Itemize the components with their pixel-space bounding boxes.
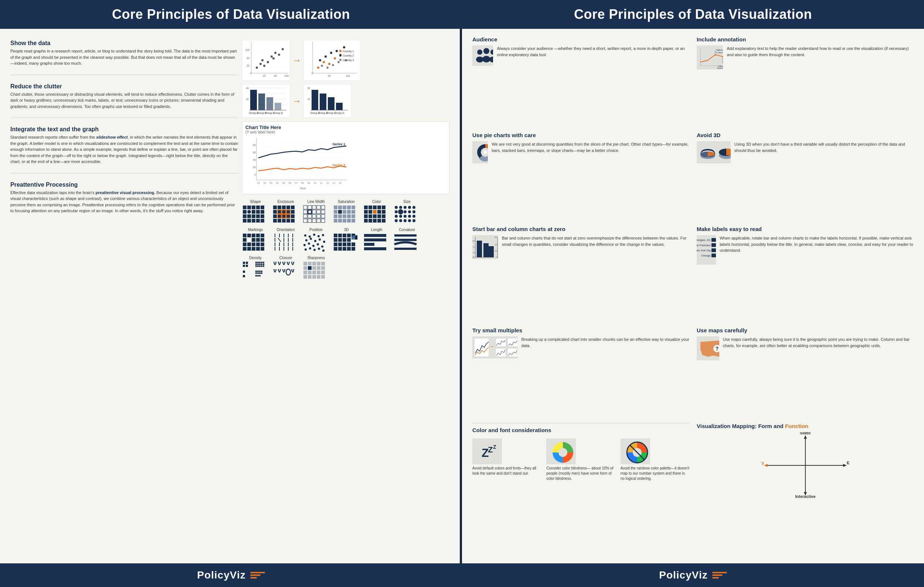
svg-point-288 xyxy=(314,249,316,251)
svg-rect-350 xyxy=(256,275,257,277)
svg-rect-367 xyxy=(317,270,320,274)
svg-rect-156 xyxy=(304,210,307,214)
svg-rect-307 xyxy=(347,242,351,246)
svg-point-273 xyxy=(313,234,315,236)
svg-text:Group D: Group D xyxy=(273,112,283,115)
svg-rect-357 xyxy=(317,262,320,265)
svg-rect-207 xyxy=(368,219,372,223)
svg-rect-333 xyxy=(261,264,262,265)
svg-rect-347 xyxy=(257,272,259,274)
pie-title: Use pie charts with care xyxy=(472,132,689,138)
svg-rect-122 xyxy=(247,214,251,218)
svg-rect-113 xyxy=(252,206,256,209)
labels-section: Make labels easy to read Washington, DC … xyxy=(697,226,914,322)
svg-rect-60 xyxy=(258,94,265,110)
left-panel: Show the data People read graphs in a re… xyxy=(0,29,462,563)
avoid3d-title: Avoid 3D xyxy=(697,132,914,138)
svg-text:?: ? xyxy=(716,346,719,351)
bar-charts-container: Group A Group B Group C Group D 40 20 → xyxy=(242,84,449,117)
svg-text:'05: '05 xyxy=(282,182,285,184)
svg-rect-157 xyxy=(308,210,312,214)
svg-rect-182 xyxy=(338,214,342,218)
svg-rect-430 xyxy=(496,338,506,347)
svg-rect-169 xyxy=(317,219,320,223)
svg-point-286 xyxy=(305,248,307,251)
svg-rect-331 xyxy=(257,264,259,265)
svg-rect-402 xyxy=(477,241,482,257)
svg-text:'14: '14 xyxy=(338,182,342,184)
svg-point-227 xyxy=(399,219,402,222)
svg-rect-336 xyxy=(257,265,259,267)
maps-section: Use maps carefully ? Use maps carefully,… xyxy=(697,327,914,418)
labels-text: When applicable, rotate bar and column c… xyxy=(719,235,914,254)
svg-rect-346 xyxy=(256,272,257,274)
show-data-title: Show the data xyxy=(10,40,238,46)
svg-rect-311 xyxy=(343,247,346,251)
svg-rect-136 xyxy=(273,210,277,214)
svg-point-283 xyxy=(312,245,315,247)
svg-point-226 xyxy=(395,219,398,222)
svg-point-46 xyxy=(339,54,342,56)
svg-rect-125 xyxy=(261,214,264,218)
svg-rect-359 xyxy=(304,266,307,270)
svg-text:80: 80 xyxy=(495,236,497,238)
svg-point-393 xyxy=(483,150,487,154)
svg-rect-328 xyxy=(261,262,262,263)
small-multiples-section: Try small multiples → xyxy=(472,327,689,418)
preattentive-density: Density xyxy=(242,256,269,280)
start-zero-section: Start bar and column charts at zero xyxy=(472,226,689,322)
svg-text:50: 50 xyxy=(328,75,331,77)
svg-text:'06: '06 xyxy=(288,182,291,184)
right-footer-line-3 xyxy=(712,577,719,579)
svg-text:40: 40 xyxy=(495,244,497,246)
svg-rect-124 xyxy=(256,214,260,218)
svg-rect-371 xyxy=(312,275,316,279)
color-font-title: Color and font considerations xyxy=(472,427,689,433)
svg-rect-249 xyxy=(256,247,260,251)
svg-rect-304 xyxy=(334,242,337,246)
svg-point-32 xyxy=(334,57,336,59)
svg-rect-112 xyxy=(247,206,251,209)
avoid3d-text: Using 3D when you don't have a third var… xyxy=(734,141,914,153)
annotation-text: Add explanatory text to help the reader … xyxy=(727,46,914,58)
integrate-text-title: Integrate the text and the graph xyxy=(10,126,238,133)
svg-text:65: 65 xyxy=(472,256,475,258)
start-zero-title: Start bar and column charts at zero xyxy=(472,226,689,232)
svg-rect-142 xyxy=(277,214,281,218)
svg-rect-298 xyxy=(343,238,346,242)
svg-rect-145 xyxy=(291,214,295,218)
preattentive-closure: Closure xyxy=(272,256,299,280)
svg-text:Chicago: Chicago xyxy=(701,254,711,257)
svg-text:Country 1: Country 1 xyxy=(343,50,354,53)
svg-rect-180 xyxy=(351,210,355,214)
svg-rect-250 xyxy=(261,247,264,251)
svg-rect-294 xyxy=(347,234,351,237)
svg-rect-188 xyxy=(343,219,346,223)
svg-point-280 xyxy=(323,241,325,243)
svg-rect-130 xyxy=(261,219,264,223)
line-chart-svg: 0 20 40 60 80 Series 1 Series 2 xyxy=(246,136,349,191)
svg-point-9 xyxy=(261,59,264,61)
svg-rect-135 xyxy=(291,206,295,209)
svg-rect-127 xyxy=(247,219,251,223)
svg-rect-155 xyxy=(321,206,325,209)
svg-point-220 xyxy=(412,210,416,213)
svg-rect-352 xyxy=(259,275,261,277)
svg-rect-162 xyxy=(308,214,312,218)
start-zero-text: Bar and column charts that do not start … xyxy=(502,235,689,247)
svg-rect-201 xyxy=(364,214,368,218)
right-panel: Audience Always consider your a xyxy=(462,29,924,563)
svg-rect-143 xyxy=(282,214,286,218)
svg-point-38 xyxy=(343,46,345,48)
svg-rect-175 xyxy=(351,206,355,209)
audience-text: Always consider your audience —whether t… xyxy=(497,46,689,58)
svg-text:15: 15 xyxy=(307,98,310,101)
svg-rect-335 xyxy=(256,265,257,267)
svg-rect-233 xyxy=(252,234,256,237)
svg-text:Static: Static xyxy=(800,432,811,435)
preattentive-color: Color xyxy=(363,200,390,224)
reduce-clutter-section: Reduce the clutter Chart clutter, those … xyxy=(10,83,238,110)
svg-point-278 xyxy=(314,240,316,242)
svg-rect-292 xyxy=(338,234,342,237)
preattentive-sharpness: Sharpness xyxy=(303,256,329,280)
